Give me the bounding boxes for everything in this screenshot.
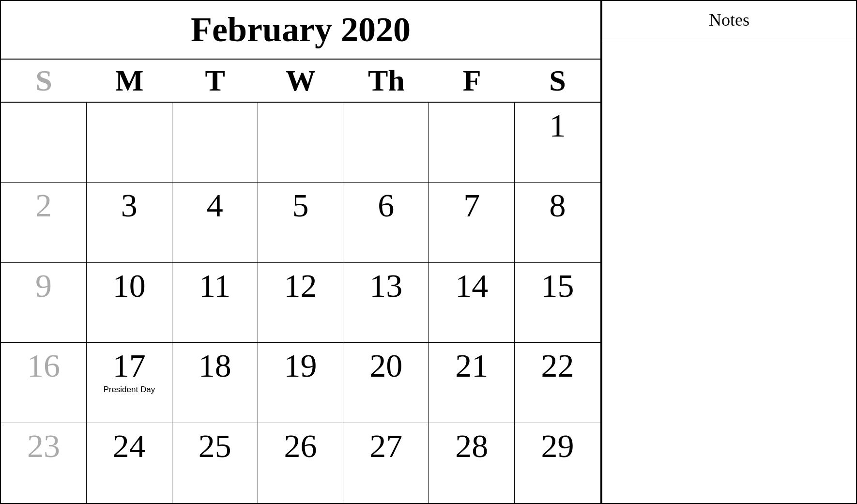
cell-number: 22 [541, 348, 574, 384]
day-header-m: M [87, 60, 172, 102]
cell-number: 18 [199, 348, 231, 384]
cell-number: 8 [550, 187, 566, 224]
cell-number: 5 [292, 187, 308, 224]
calendar-cell: 10 [87, 263, 172, 343]
cell-number: 1 [550, 107, 566, 144]
cell-number: 15 [541, 268, 574, 304]
calendar-cell: 26 [258, 423, 344, 503]
calendar-cell: 3 [87, 183, 172, 262]
day-header-s: S [515, 60, 600, 102]
calendar-cell: 15 [515, 263, 600, 343]
notes-body[interactable] [602, 39, 856, 503]
cell-number: 4 [207, 187, 223, 224]
calendar-grid: 1234567891011121314151617President Day18… [1, 103, 600, 503]
cell-number: 7 [463, 187, 480, 224]
calendar-section: February 2020 SMTWThFS 12345678910111213… [0, 0, 601, 504]
cell-number: 25 [199, 428, 231, 464]
cell-number: 6 [378, 187, 394, 224]
day-header-th: Th [343, 60, 429, 102]
calendar-cell: 2 [1, 183, 87, 262]
calendar-cell: 1 [515, 103, 600, 183]
day-header-t: T [172, 60, 258, 102]
calendar-cell [1, 103, 87, 183]
cell-number: 26 [284, 428, 317, 464]
cell-number: 23 [27, 428, 60, 464]
cell-number: 28 [455, 428, 488, 464]
calendar-cell: 17President Day [87, 343, 172, 423]
cell-number: 10 [113, 268, 146, 304]
calendar-cell: 22 [515, 343, 600, 423]
cell-number: 13 [369, 268, 402, 304]
cell-number: 9 [35, 268, 52, 304]
calendar-cell: 13 [343, 263, 429, 343]
calendar-cell: 23 [1, 423, 87, 503]
cell-number: 20 [369, 348, 402, 384]
day-headers: SMTWThFS [1, 60, 600, 103]
calendar-cell: 16 [1, 343, 87, 423]
calendar-cell: 25 [172, 423, 258, 503]
calendar-cell [343, 103, 429, 183]
calendar-title: February 2020 [1, 1, 600, 60]
calendar-cell [429, 103, 515, 183]
notes-header: Notes [602, 1, 856, 39]
calendar-cell: 20 [343, 343, 429, 423]
calendar-cell: 6 [343, 183, 429, 262]
calendar-cell: 9 [1, 263, 87, 343]
calendar-cell: 8 [515, 183, 600, 262]
cell-event: President Day [103, 385, 155, 395]
cell-number: 11 [199, 268, 230, 304]
calendar-cell: 7 [429, 183, 515, 262]
calendar-cell: 18 [172, 343, 258, 423]
calendar-cell: 28 [429, 423, 515, 503]
cell-number: 12 [284, 268, 317, 304]
cell-number: 19 [284, 348, 317, 384]
day-header-f: F [429, 60, 515, 102]
notes-section: Notes [601, 0, 857, 504]
calendar-cell: 11 [172, 263, 258, 343]
cell-number: 27 [369, 428, 402, 464]
day-header-w: W [258, 60, 344, 102]
calendar-cell: 4 [172, 183, 258, 262]
cell-number: 21 [455, 348, 488, 384]
page-container: February 2020 SMTWThFS 12345678910111213… [0, 0, 857, 504]
calendar-cell [258, 103, 344, 183]
cell-number: 17 [113, 348, 146, 384]
calendar-cell: 24 [87, 423, 172, 503]
cell-number: 14 [455, 268, 488, 304]
calendar-cell [87, 103, 172, 183]
cell-number: 24 [113, 428, 146, 464]
cell-number: 16 [27, 348, 60, 384]
calendar-cell: 14 [429, 263, 515, 343]
cell-number: 2 [35, 187, 52, 224]
calendar-cell: 5 [258, 183, 344, 262]
calendar-cell: 19 [258, 343, 344, 423]
calendar-cell [172, 103, 258, 183]
calendar-cell: 21 [429, 343, 515, 423]
cell-number: 3 [121, 187, 138, 224]
day-header-s: S [1, 60, 87, 102]
calendar-cell: 27 [343, 423, 429, 503]
calendar-cell: 12 [258, 263, 344, 343]
calendar-cell: 29 [515, 423, 600, 503]
cell-number: 29 [541, 428, 574, 464]
